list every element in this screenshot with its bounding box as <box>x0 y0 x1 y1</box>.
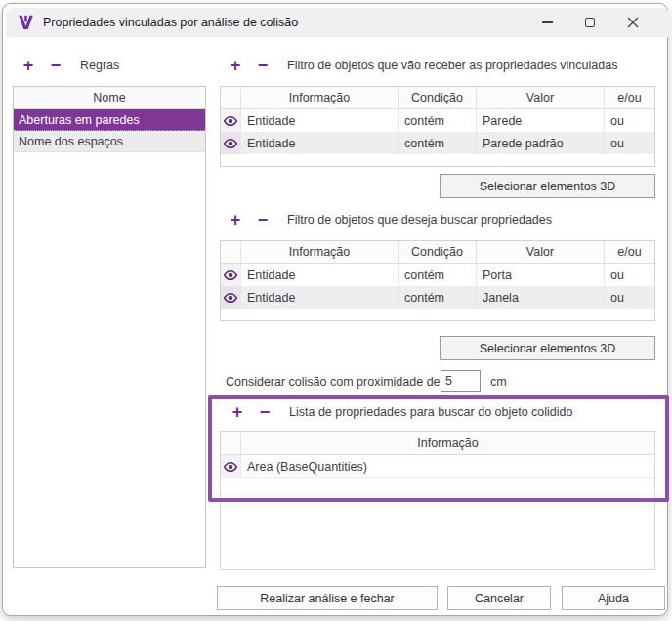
properties-empty-area <box>221 478 654 569</box>
cancel-button[interactable]: Cancelar <box>447 586 551 610</box>
eye-icon <box>223 138 238 149</box>
visibility-eye-button[interactable] <box>221 109 241 132</box>
col-header-informacao: Informação <box>241 87 399 109</box>
app-logo-icon <box>18 15 34 31</box>
properties-column-header: Informação <box>241 432 654 455</box>
col-header-condicao: Condição <box>399 241 477 264</box>
add-filter-receive-button[interactable]: + <box>226 57 245 74</box>
filter-search-eye-header <box>221 241 241 264</box>
visibility-eye-button[interactable] <box>221 286 241 309</box>
eye-icon <box>223 269 238 281</box>
cell-valor[interactable]: Janela <box>477 286 605 309</box>
col-header-eou: e/ou <box>605 87 654 109</box>
minimize-button[interactable] <box>525 8 568 37</box>
eye-icon <box>223 292 238 304</box>
add-property-button[interactable]: + <box>228 403 247 421</box>
table-empty-area <box>221 154 654 166</box>
select-3d-elements-button-search[interactable]: Selecionar elementos 3D <box>440 336 655 360</box>
maximize-icon <box>585 18 595 27</box>
col-header-eou: e/ou <box>605 241 654 264</box>
close-icon <box>627 17 639 28</box>
select-3d-elements-button-receive[interactable]: Selecionar elementos 3D <box>440 174 655 198</box>
run-analysis-button[interactable]: Realizar análise e fechar <box>217 586 438 610</box>
visibility-eye-button[interactable] <box>221 132 241 154</box>
filter-search-controls: + − Filtro de objetos que deseja buscar … <box>226 211 552 228</box>
col-header-valor: Valor <box>477 241 605 264</box>
properties-list-title: Lista de propriedades para buscar do obj… <box>289 405 572 419</box>
cell-informacao[interactable]: Entidade <box>241 109 399 132</box>
filter-search-title: Filtro de objetos que deseja buscar prop… <box>287 213 552 227</box>
cell-eou[interactable]: ou <box>605 109 654 132</box>
cell-valor[interactable]: Parede padrão <box>477 132 605 154</box>
filter-search-table: Informação Condição Valor e/ou Entidade … <box>220 240 655 321</box>
rules-list: Nome Aberturas em paredes Nome dos espaç… <box>13 86 206 568</box>
remove-rule-button[interactable]: − <box>46 57 65 74</box>
window-controls <box>525 8 654 37</box>
window-title: Propriedades vinculadas por análise de c… <box>43 16 298 29</box>
proximity-input[interactable] <box>441 370 481 392</box>
property-row-area[interactable]: Area (BaseQuantities) <box>241 455 654 478</box>
cell-valor[interactable]: Parede <box>477 109 605 132</box>
filter-receive-controls: + − Filtro de objetos que vão receber as… <box>226 57 617 74</box>
eye-icon <box>223 461 238 473</box>
table-empty-area <box>221 309 654 320</box>
col-header-condicao: Condição <box>399 87 477 109</box>
rules-section-title: Regras <box>80 59 119 72</box>
cell-valor[interactable]: Porta <box>477 264 605 286</box>
cell-condicao[interactable]: contém <box>399 132 477 154</box>
properties-eye-header <box>221 432 241 455</box>
rules-controls: + − Regras <box>19 57 119 74</box>
col-header-informacao: Informação <box>241 241 399 264</box>
help-button[interactable]: Ajuda <box>562 586 665 610</box>
remove-property-button[interactable]: − <box>255 403 274 421</box>
proximity-label: Considerar colisão com proximidade de: <box>226 375 443 389</box>
eye-icon <box>223 115 238 127</box>
filter-receive-title: Filtro de objetos que vão receber as pro… <box>287 59 617 72</box>
dialog-window: Propriedades vinculadas por análise de c… <box>2 3 668 616</box>
visibility-eye-button[interactable] <box>221 455 241 478</box>
properties-list-table: Informação Area (BaseQuantities) <box>220 431 655 570</box>
filter-receive-eye-header <box>221 87 241 109</box>
visibility-eye-button[interactable] <box>221 264 241 286</box>
rules-column-header: Nome <box>14 87 205 109</box>
cell-eou[interactable]: ou <box>605 264 654 286</box>
remove-filter-receive-button[interactable]: − <box>253 57 273 74</box>
screenshot-canvas: Propriedades vinculadas por análise de c… <box>0 0 672 621</box>
cell-eou[interactable]: ou <box>605 286 654 309</box>
cell-eou[interactable]: ou <box>605 132 654 154</box>
close-button[interactable] <box>611 8 654 37</box>
cell-informacao[interactable]: Entidade <box>241 264 399 286</box>
add-filter-search-button[interactable]: + <box>226 211 245 228</box>
rule-row-aberturas[interactable]: Aberturas em paredes <box>14 109 205 131</box>
add-rule-button[interactable]: + <box>19 57 38 74</box>
remove-filter-search-button[interactable]: − <box>253 211 273 228</box>
maximize-button[interactable] <box>568 8 611 37</box>
rule-row-espacos[interactable]: Nome dos espaços <box>14 131 205 152</box>
properties-list-controls: + − Lista de propriedades para buscar do… <box>228 403 572 421</box>
title-bar: Propriedades vinculadas por análise de c… <box>6 8 670 37</box>
filter-receive-table: Informação Condição Valor e/ou Entidade … <box>220 86 655 167</box>
cell-condicao[interactable]: contém <box>399 109 477 132</box>
cell-informacao[interactable]: Entidade <box>241 132 399 154</box>
minimize-icon <box>542 21 553 23</box>
cell-informacao[interactable]: Entidade <box>241 286 399 309</box>
proximity-unit: cm <box>490 375 507 389</box>
col-header-valor: Valor <box>477 87 605 109</box>
cell-condicao[interactable]: contém <box>399 286 477 309</box>
cell-condicao[interactable]: contém <box>399 264 477 286</box>
